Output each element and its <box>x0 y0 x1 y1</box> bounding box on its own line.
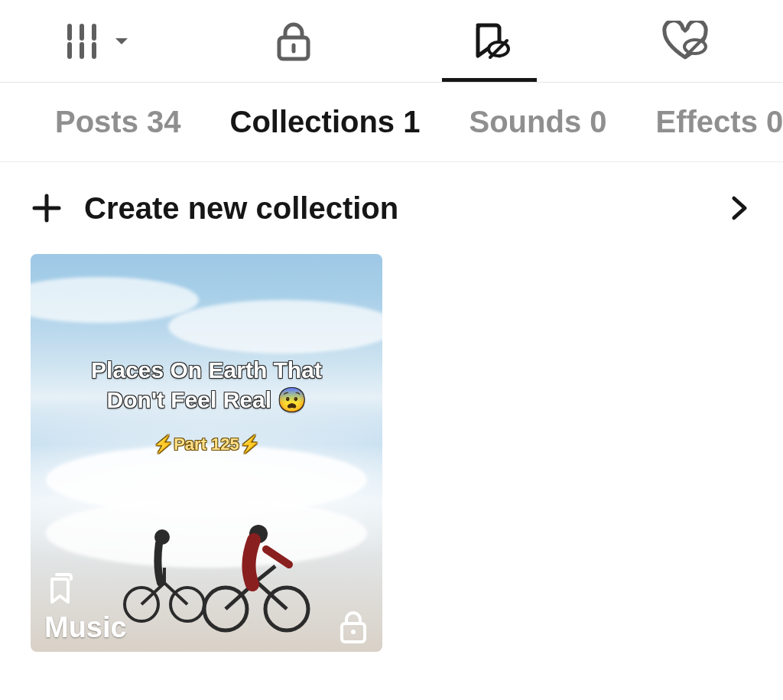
chevron-right-icon <box>726 195 752 221</box>
collections-grid: Places On Earth That Don't Feel Real 😨 ⚡… <box>0 254 783 652</box>
grid-icon <box>65 23 108 60</box>
create-new-collection[interactable]: Create new collection <box>0 162 783 254</box>
chevron-down-icon <box>112 32 131 50</box>
bookmark-stack-icon <box>44 571 78 605</box>
tab-saved[interactable] <box>392 0 587 82</box>
lock-icon <box>338 609 369 644</box>
subtab-effects[interactable]: Effects 0 <box>656 105 783 139</box>
bookmark-hidden-icon <box>469 21 510 62</box>
subtab-posts[interactable]: Posts 34 <box>55 105 181 139</box>
heart-hidden-icon <box>661 21 709 62</box>
subtab-collections[interactable]: Collections 1 <box>230 105 421 139</box>
tab-grid-posts[interactable] <box>0 0 196 82</box>
tab-liked[interactable] <box>587 0 783 82</box>
thumbnail-subcaption: ⚡Part 125⚡ <box>31 435 382 454</box>
thumbnail-caption: Places On Earth That Don't Feel Real 😨 <box>31 355 382 415</box>
collection-card[interactable]: Places On Earth That Don't Feel Real 😨 ⚡… <box>31 254 382 652</box>
subtab-sounds[interactable]: Sounds 0 <box>469 105 606 139</box>
tab-private-posts[interactable] <box>196 0 392 82</box>
saved-subtabs: Posts 34 Collections 1 Sounds 0 Effects … <box>0 83 783 162</box>
lock-icon <box>273 21 314 62</box>
plus-icon <box>31 192 63 224</box>
collection-title: Music <box>44 611 127 644</box>
create-collection-label: Create new collection <box>84 191 726 226</box>
svg-point-27 <box>351 630 356 634</box>
collection-card-footer: Music <box>44 571 369 644</box>
profile-content-tabs <box>0 0 783 83</box>
